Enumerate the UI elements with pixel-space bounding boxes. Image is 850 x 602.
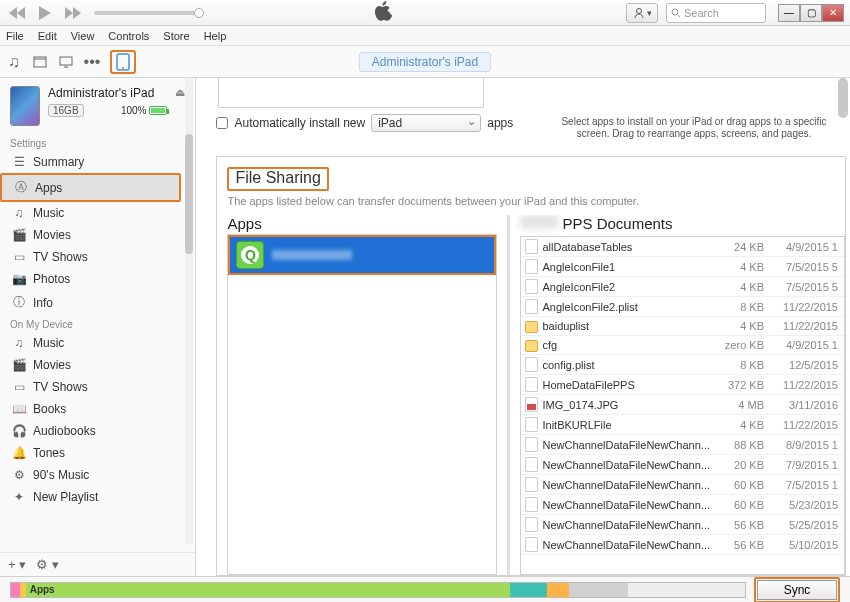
document-row[interactable]: NewChannelDataFileNewChann...60 KB7/5/20… [521,475,844,495]
file-icon [525,259,538,274]
document-row[interactable]: IMG_0174.JPG4 MB3/11/2016 [521,395,844,415]
play-button[interactable] [34,4,56,22]
document-size: zero KB [714,339,764,351]
document-date: 3/11/2016 [768,399,840,411]
document-row[interactable]: NewChannelDataFileNewChann...60 KB5/23/2… [521,495,844,515]
menu-controls[interactable]: Controls [108,30,149,42]
file-icon [525,299,538,314]
close-button[interactable]: ✕ [822,4,844,22]
sidebar-item-tv[interactable]: ▭TV Shows [0,376,195,398]
document-row[interactable]: baiduplist4 KB11/22/2015 [521,317,844,336]
document-row[interactable]: NewChannelDataFileNewChann...88 KB8/9/20… [521,435,844,455]
file-icon [525,537,538,552]
sidebar-item-label: Summary [33,155,84,169]
document-row[interactable]: config.plist8 KB12/5/2015 [521,355,844,375]
prev-button[interactable] [6,4,28,22]
document-row[interactable]: allDatabaseTables24 KB4/9/2015 1 [521,237,844,257]
file-icon [525,397,538,412]
sidebar-item-nineties[interactable]: ⚙90's Music [0,464,195,486]
menu-edit[interactable]: Edit [38,30,57,42]
music-icon: ♫ [12,336,26,350]
sidebar-item-audiobooks[interactable]: 🎧Audiobooks [0,420,195,442]
main-scrollbar[interactable] [838,78,848,118]
sidebar-item-info[interactable]: ⓘInfo [0,290,195,315]
sidebar-item-playlist[interactable]: ✦New Playlist [0,486,195,508]
usage-segment [547,583,569,597]
auto-install-select[interactable]: iPad [371,114,481,132]
document-row[interactable]: cfgzero KB4/9/2015 1 [521,336,844,355]
settings-gear-icon[interactable]: ⚙ ▾ [36,557,59,572]
sidebar-item-tones[interactable]: 🔔Tones [0,442,195,464]
sidebar-item-label: Books [33,402,66,416]
document-name: AngleIconFile2.plist [542,301,710,313]
user-menu-button[interactable]: ▾ [626,3,658,23]
document-date: 11/22/2015 [768,320,840,332]
document-name: config.plist [542,359,710,371]
sidebar-item-music[interactable]: ♫Music [0,332,195,354]
file-icon [525,497,538,512]
document-date: 5/10/2015 [768,539,840,551]
playlist-icon: ✦ [12,490,26,504]
document-row[interactable]: AngleIconFile14 KB7/5/2015 5 [521,257,844,277]
document-row[interactable]: HomeDataFilePPS372 KB11/22/2015 [521,375,844,395]
auto-install-checkbox[interactable] [216,117,228,129]
volume-slider[interactable] [94,11,204,15]
menu-view[interactable]: View [71,30,95,42]
document-size: 56 KB [714,519,764,531]
add-button[interactable]: + ▾ [8,557,26,572]
file-icon [525,477,538,492]
device-tab[interactable] [110,50,136,74]
menu-help[interactable]: Help [204,30,227,42]
document-date: 5/23/2015 [768,499,840,511]
help-text: Select apps to install on your iPad or d… [544,116,844,140]
sidebar-item-label: Info [33,296,53,310]
more-tab-icon[interactable]: ••• [84,54,100,70]
document-name: NewChannelDataFileNewChann... [542,539,710,551]
toolbar: ♫ ••• Administrator's iPad [0,46,850,78]
document-row[interactable]: NewChannelDataFileNewChann...56 KB5/25/2… [521,515,844,535]
sidebar-item-music[interactable]: ♫Music [0,202,195,224]
next-button[interactable] [62,4,84,22]
document-name: cfg [542,339,710,351]
device-name-pill[interactable]: Administrator's iPad [359,52,491,72]
sidebar-item-tv[interactable]: ▭TV Shows [0,246,195,268]
sidebar-item-movies[interactable]: 🎬Movies [0,354,195,376]
column-divider[interactable] [507,215,510,575]
menu-file[interactable]: File [6,30,24,42]
document-size: 88 KB [714,439,764,451]
sync-button[interactable]: Sync [757,580,837,600]
eject-button[interactable]: ⏏ [175,86,185,99]
sidebar-item-apps[interactable]: ⒶApps [0,173,181,202]
sidebar-ondevice-header: On My Device [0,315,195,332]
sidebar-item-books[interactable]: 📖Books [0,398,195,420]
sidebar-scrollbar[interactable] [185,78,193,544]
document-row[interactable]: NewChannelDataFileNewChann...20 KB7/9/20… [521,455,844,475]
sidebar-item-movies[interactable]: 🎬Movies [0,224,195,246]
movies-icon: 🎬 [12,228,26,242]
maximize-button[interactable]: ▢ [800,4,822,22]
document-size: 56 KB [714,539,764,551]
document-size: 4 KB [714,261,764,273]
device-battery: 100% [121,105,168,116]
sidebar-item-label: Movies [33,358,71,372]
app-name-blurred [272,250,352,260]
document-date: 11/22/2015 [768,379,840,391]
sidebar-item-photos[interactable]: 📷Photos [0,268,195,290]
app-row[interactable] [228,235,496,275]
document-row[interactable]: InitBKURLFile4 KB11/22/2015 [521,415,844,435]
document-row[interactable]: AngleIconFile2.plist8 KB11/22/2015 [521,297,844,317]
document-row[interactable]: AngleIconFile24 KB7/5/2015 5 [521,277,844,297]
document-size: 8 KB [714,359,764,371]
music-tab-icon[interactable]: ♫ [6,54,22,70]
usage-segment [11,583,20,597]
document-row[interactable]: NewChannelDataFileNewChann...56 KB5/10/2… [521,535,844,555]
document-name: baiduplist [542,320,710,332]
movies-tab-icon[interactable] [32,54,48,70]
minimize-button[interactable]: — [778,4,800,22]
sidebar-item-summary[interactable]: ☰Summary [0,151,195,173]
menu-store[interactable]: Store [163,30,189,42]
search-input[interactable]: Search [666,3,766,23]
document-date: 7/9/2015 1 [768,459,840,471]
tv-tab-icon[interactable] [58,54,74,70]
movies-icon: 🎬 [12,358,26,372]
